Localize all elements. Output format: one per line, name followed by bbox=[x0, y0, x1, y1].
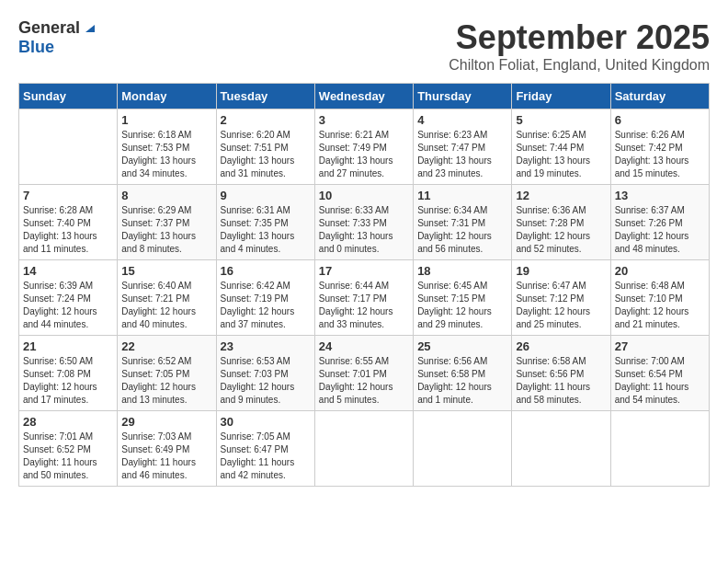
col-saturday: Saturday bbox=[610, 84, 709, 109]
week-row-1: 1Sunrise: 6:18 AM Sunset: 7:53 PM Daylig… bbox=[19, 109, 710, 185]
daylight-hours: Sunrise: 6:47 AM Sunset: 7:12 PM Dayligh… bbox=[516, 280, 606, 331]
daylight-hours: Sunrise: 6:33 AM Sunset: 7:33 PM Dayligh… bbox=[319, 204, 409, 256]
daylight-hours: Sunrise: 6:50 AM Sunset: 7:08 PM Dayligh… bbox=[23, 355, 113, 407]
table-cell bbox=[512, 411, 610, 487]
day-number: 18 bbox=[417, 264, 507, 278]
daylight-hours: Sunrise: 6:45 AM Sunset: 7:15 PM Dayligh… bbox=[417, 280, 507, 331]
table-cell: 26Sunrise: 6:58 AM Sunset: 6:56 PM Dayli… bbox=[512, 336, 610, 411]
daylight-hours: Sunrise: 6:18 AM Sunset: 7:53 PM Dayligh… bbox=[121, 129, 211, 180]
logo-general-text: General bbox=[18, 18, 80, 38]
day-number: 27 bbox=[615, 339, 705, 353]
day-number: 5 bbox=[516, 113, 606, 127]
daylight-hours: Sunrise: 6:39 AM Sunset: 7:24 PM Dayligh… bbox=[23, 280, 113, 331]
daylight-hours: Sunrise: 6:44 AM Sunset: 7:17 PM Dayligh… bbox=[319, 280, 409, 331]
day-number: 24 bbox=[319, 339, 409, 353]
daylight-hours: Sunrise: 6:23 AM Sunset: 7:47 PM Dayligh… bbox=[417, 129, 507, 180]
daylight-hours: Sunrise: 7:01 AM Sunset: 6:52 PM Dayligh… bbox=[23, 431, 113, 482]
daylight-hours: Sunrise: 6:31 AM Sunset: 7:35 PM Dayligh… bbox=[221, 204, 311, 256]
day-number: 25 bbox=[417, 339, 507, 353]
day-number: 14 bbox=[23, 264, 113, 278]
table-cell: 3Sunrise: 6:21 AM Sunset: 7:49 PM Daylig… bbox=[314, 109, 413, 185]
day-number: 3 bbox=[319, 113, 409, 127]
title-section: September 2025 Chilton Foliat, England, … bbox=[449, 18, 710, 74]
day-number: 28 bbox=[23, 415, 113, 429]
col-tuesday: Tuesday bbox=[216, 84, 314, 109]
table-cell bbox=[19, 109, 118, 185]
day-number: 26 bbox=[516, 339, 606, 353]
table-cell: 18Sunrise: 6:45 AM Sunset: 7:15 PM Dayli… bbox=[414, 260, 512, 336]
page-header: General Blue September 2025 Chilton Foli… bbox=[18, 18, 710, 74]
col-sunday: Sunday bbox=[19, 84, 118, 109]
table-cell: 30Sunrise: 7:05 AM Sunset: 6:47 PM Dayli… bbox=[216, 411, 314, 487]
daylight-hours: Sunrise: 7:05 AM Sunset: 6:47 PM Dayligh… bbox=[221, 431, 311, 482]
daylight-hours: Sunrise: 6:28 AM Sunset: 7:40 PM Dayligh… bbox=[23, 204, 113, 256]
logo-icon bbox=[82, 19, 97, 34]
daylight-hours: Sunrise: 6:36 AM Sunset: 7:28 PM Dayligh… bbox=[516, 204, 606, 256]
day-number: 13 bbox=[615, 189, 705, 202]
table-cell: 15Sunrise: 6:40 AM Sunset: 7:21 PM Dayli… bbox=[118, 260, 216, 336]
day-number: 7 bbox=[23, 189, 113, 202]
day-number: 23 bbox=[221, 339, 311, 353]
table-cell: 28Sunrise: 7:01 AM Sunset: 6:52 PM Dayli… bbox=[19, 411, 118, 487]
daylight-hours: Sunrise: 6:48 AM Sunset: 7:10 PM Dayligh… bbox=[615, 280, 705, 331]
day-number: 4 bbox=[417, 113, 507, 127]
svg-marker-0 bbox=[85, 25, 95, 32]
table-cell bbox=[414, 411, 512, 487]
daylight-hours: Sunrise: 6:40 AM Sunset: 7:21 PM Dayligh… bbox=[121, 280, 211, 331]
table-cell: 4Sunrise: 6:23 AM Sunset: 7:47 PM Daylig… bbox=[414, 109, 512, 185]
table-cell: 6Sunrise: 6:26 AM Sunset: 7:42 PM Daylig… bbox=[610, 109, 709, 185]
daylight-hours: Sunrise: 6:21 AM Sunset: 7:49 PM Dayligh… bbox=[319, 129, 409, 180]
table-cell: 23Sunrise: 6:53 AM Sunset: 7:03 PM Dayli… bbox=[216, 336, 314, 411]
col-wednesday: Wednesday bbox=[314, 84, 413, 109]
table-cell: 1Sunrise: 6:18 AM Sunset: 7:53 PM Daylig… bbox=[118, 109, 216, 185]
daylight-hours: Sunrise: 7:00 AM Sunset: 6:54 PM Dayligh… bbox=[615, 355, 705, 407]
day-number: 11 bbox=[417, 189, 507, 202]
col-monday: Monday bbox=[118, 84, 216, 109]
daylight-hours: Sunrise: 6:25 AM Sunset: 7:44 PM Dayligh… bbox=[516, 129, 606, 180]
day-number: 8 bbox=[121, 189, 211, 202]
daylight-hours: Sunrise: 6:42 AM Sunset: 7:19 PM Dayligh… bbox=[221, 280, 311, 331]
week-row-3: 14Sunrise: 6:39 AM Sunset: 7:24 PM Dayli… bbox=[19, 260, 710, 336]
daylight-hours: Sunrise: 6:53 AM Sunset: 7:03 PM Dayligh… bbox=[221, 355, 311, 407]
table-cell: 12Sunrise: 6:36 AM Sunset: 7:28 PM Dayli… bbox=[512, 185, 610, 260]
daylight-hours: Sunrise: 6:29 AM Sunset: 7:37 PM Dayligh… bbox=[121, 204, 211, 256]
table-cell: 10Sunrise: 6:33 AM Sunset: 7:33 PM Dayli… bbox=[314, 185, 413, 260]
table-cell: 20Sunrise: 6:48 AM Sunset: 7:10 PM Dayli… bbox=[610, 260, 709, 336]
day-number: 22 bbox=[121, 339, 211, 353]
table-cell: 13Sunrise: 6:37 AM Sunset: 7:26 PM Dayli… bbox=[610, 185, 709, 260]
table-cell: 8Sunrise: 6:29 AM Sunset: 7:37 PM Daylig… bbox=[118, 185, 216, 260]
day-number: 15 bbox=[121, 264, 211, 278]
day-number: 20 bbox=[615, 264, 705, 278]
table-cell: 14Sunrise: 6:39 AM Sunset: 7:24 PM Dayli… bbox=[19, 260, 118, 336]
col-thursday: Thursday bbox=[414, 84, 512, 109]
week-row-5: 28Sunrise: 7:01 AM Sunset: 6:52 PM Dayli… bbox=[19, 411, 710, 487]
day-number: 30 bbox=[221, 415, 311, 429]
location-text: Chilton Foliat, England, United Kingdom bbox=[449, 57, 710, 74]
day-number: 29 bbox=[121, 415, 211, 429]
day-number: 17 bbox=[319, 264, 409, 278]
daylight-hours: Sunrise: 6:55 AM Sunset: 7:01 PM Dayligh… bbox=[319, 355, 409, 407]
daylight-hours: Sunrise: 6:20 AM Sunset: 7:51 PM Dayligh… bbox=[221, 129, 311, 180]
week-row-4: 21Sunrise: 6:50 AM Sunset: 7:08 PM Dayli… bbox=[19, 336, 710, 411]
daylight-hours: Sunrise: 6:52 AM Sunset: 7:05 PM Dayligh… bbox=[121, 355, 211, 407]
daylight-hours: Sunrise: 6:26 AM Sunset: 7:42 PM Dayligh… bbox=[615, 129, 705, 180]
table-cell bbox=[610, 411, 709, 487]
week-row-2: 7Sunrise: 6:28 AM Sunset: 7:40 PM Daylig… bbox=[19, 185, 710, 260]
day-number: 9 bbox=[221, 189, 311, 202]
daylight-hours: Sunrise: 6:37 AM Sunset: 7:26 PM Dayligh… bbox=[615, 204, 705, 256]
table-cell: 29Sunrise: 7:03 AM Sunset: 6:49 PM Dayli… bbox=[118, 411, 216, 487]
table-cell: 19Sunrise: 6:47 AM Sunset: 7:12 PM Dayli… bbox=[512, 260, 610, 336]
table-cell: 24Sunrise: 6:55 AM Sunset: 7:01 PM Dayli… bbox=[314, 336, 413, 411]
header-row: Sunday Monday Tuesday Wednesday Thursday… bbox=[19, 84, 710, 109]
logo-blue-text: Blue bbox=[18, 38, 54, 56]
table-cell: 5Sunrise: 6:25 AM Sunset: 7:44 PM Daylig… bbox=[512, 109, 610, 185]
day-number: 6 bbox=[615, 113, 705, 127]
table-cell: 2Sunrise: 6:20 AM Sunset: 7:51 PM Daylig… bbox=[216, 109, 314, 185]
table-cell: 27Sunrise: 7:00 AM Sunset: 6:54 PM Dayli… bbox=[610, 336, 709, 411]
day-number: 10 bbox=[319, 189, 409, 202]
daylight-hours: Sunrise: 6:34 AM Sunset: 7:31 PM Dayligh… bbox=[417, 204, 507, 256]
day-number: 12 bbox=[516, 189, 606, 202]
table-cell: 9Sunrise: 6:31 AM Sunset: 7:35 PM Daylig… bbox=[216, 185, 314, 260]
day-number: 2 bbox=[221, 113, 311, 127]
table-cell: 25Sunrise: 6:56 AM Sunset: 6:58 PM Dayli… bbox=[414, 336, 512, 411]
